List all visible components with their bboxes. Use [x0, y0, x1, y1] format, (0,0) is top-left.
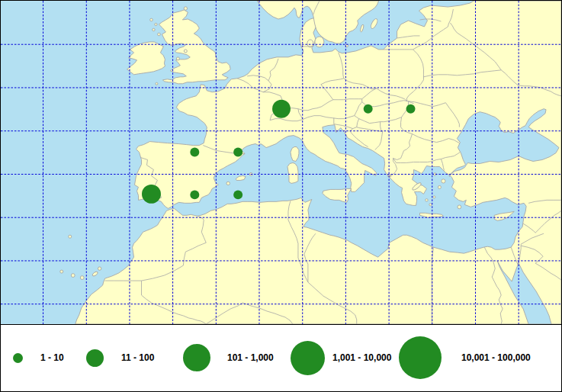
legend-bar: 1 - 1011 - 100101 - 1,0001,001 - 10,0001… — [1, 324, 561, 392]
map-marker — [406, 104, 416, 114]
map-window: 1 - 1011 - 100101 - 1,0001,001 - 10,0001… — [0, 0, 562, 392]
map-canvas — [1, 1, 561, 324]
map-marker — [364, 104, 373, 114]
map-marker — [272, 100, 291, 118]
legend-symbol — [291, 341, 325, 375]
legend-label: 10,001 - 100,000 — [461, 352, 531, 363]
map-marker — [233, 148, 242, 157]
legend-symbol — [183, 344, 210, 371]
map-marker — [142, 185, 161, 204]
map-marker — [190, 148, 199, 157]
map-marker — [190, 190, 199, 199]
legend-symbol — [86, 349, 104, 367]
legend-symbol — [399, 336, 442, 379]
legend-label: 11 - 100 — [121, 352, 154, 363]
legend-label: 1,001 - 10,000 — [332, 352, 391, 363]
map-marker — [233, 190, 242, 199]
legend-symbol — [13, 353, 23, 363]
legend-label: 1 - 10 — [40, 352, 64, 363]
legend-label: 101 - 1,000 — [227, 352, 274, 363]
